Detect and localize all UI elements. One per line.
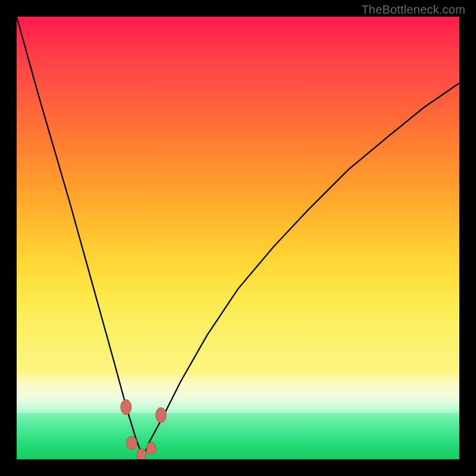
plot-frame: TheBottleneck.com	[0, 0, 476, 476]
curve-marker	[127, 436, 137, 449]
plot-area	[17, 17, 459, 459]
attribution-text: TheBottleneck.com	[361, 3, 465, 17]
curve-marker	[146, 442, 156, 455]
curve-marker	[137, 449, 146, 459]
curve-marker	[156, 408, 167, 422]
curve-path	[17, 17, 459, 457]
marker-group	[121, 400, 167, 459]
curve-marker	[121, 400, 131, 415]
curve-svg	[17, 17, 459, 459]
